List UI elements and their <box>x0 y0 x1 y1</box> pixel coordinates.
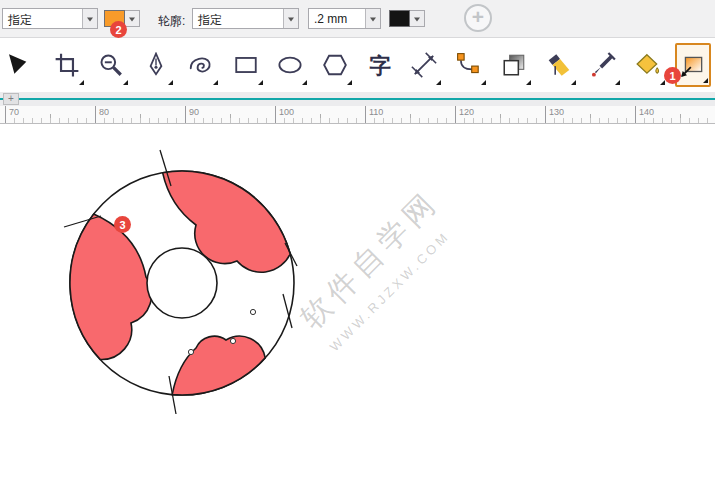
flyout-corner-icon <box>660 80 665 85</box>
outline-color-picker <box>389 10 425 27</box>
document-navigator: + <box>0 92 715 106</box>
tool-text[interactable]: 字 <box>362 43 398 87</box>
drop-shadow-icon <box>501 52 527 78</box>
ruler-label: 120 <box>459 107 474 117</box>
flyout-corner-icon <box>258 80 263 85</box>
tool-zoom-out[interactable] <box>93 43 129 87</box>
tool-dimension[interactable] <box>406 43 442 87</box>
flyout-corner-icon <box>79 80 84 85</box>
pick-arrow-icon <box>9 52 35 78</box>
add-page-button[interactable]: + <box>3 93 19 105</box>
interactive-fill-icon <box>680 52 706 78</box>
text-tool-icon: 字 <box>367 52 393 78</box>
ruler-label: 140 <box>639 107 654 117</box>
tool-pick-fragment[interactable] <box>4 43 40 87</box>
outline-style-value: 指定 <box>193 9 283 28</box>
annotation-badge-2: 2 <box>110 21 127 38</box>
flyout-corner-icon <box>436 80 441 85</box>
node-handle <box>250 309 255 314</box>
outline-width-value: .2 mm <box>309 9 365 28</box>
flyout-corner-icon <box>213 80 218 85</box>
toolbox: 字 <box>0 38 715 92</box>
smart-fill-icon <box>635 52 661 78</box>
crop-icon <box>54 52 80 78</box>
inner-circle-shape[interactable] <box>147 248 217 318</box>
tool-rectangle[interactable] <box>228 43 264 87</box>
tool-connector[interactable] <box>451 43 487 87</box>
tool-spiral-curve[interactable] <box>183 43 219 87</box>
connector-icon <box>456 52 482 78</box>
chevron-down-icon[interactable] <box>283 9 298 28</box>
spiral-icon <box>188 52 214 78</box>
ruler-label: 130 <box>549 107 564 117</box>
node-handle <box>230 338 235 343</box>
fill-style-value: 指定 <box>3 9 82 28</box>
pen-nib-icon <box>143 52 169 78</box>
flyout-corner-icon <box>481 80 486 85</box>
lamp-icon <box>546 52 572 78</box>
ruler-label: 100 <box>279 107 294 117</box>
drawing-page[interactable]: 软件自学网 WWW.RJZXW.COM <box>0 124 715 487</box>
annotation-badge-3: 3 <box>114 216 131 233</box>
rectangle-icon <box>233 52 259 78</box>
tool-polygon[interactable] <box>317 43 353 87</box>
property-bar: 指定 2 轮廓: 指定 .2 mm + <box>0 0 715 38</box>
tool-smart-fill[interactable] <box>630 43 666 87</box>
ruler-label: 110 <box>369 107 383 117</box>
flyout-corner-icon <box>168 80 173 85</box>
chevron-down-icon[interactable] <box>82 9 97 28</box>
scrollbar-accent-line[interactable] <box>0 98 715 100</box>
outline-color-swatch[interactable] <box>389 10 410 27</box>
flyout-corner-icon <box>571 80 576 85</box>
ruler-label: 80 <box>99 107 109 117</box>
chevron-down-icon[interactable] <box>410 10 425 27</box>
fill-style-dropdown[interactable]: 指定 <box>2 8 98 29</box>
dimension-icon <box>411 52 437 78</box>
zoom-out-icon <box>98 52 124 78</box>
tool-artistic-pen[interactable] <box>138 43 174 87</box>
outline-width-dropdown[interactable]: .2 mm <box>308 8 381 29</box>
tool-interactive-fill[interactable] <box>675 43 711 87</box>
chevron-down-icon[interactable] <box>365 9 380 28</box>
tool-crop[interactable] <box>49 43 85 87</box>
ruler-label: 90 <box>189 107 199 117</box>
tool-eyedropper[interactable] <box>585 43 621 87</box>
node-handle <box>188 349 193 354</box>
flyout-corner-icon <box>526 80 531 85</box>
text-tool-glyph: 字 <box>369 53 391 78</box>
outline-style-dropdown[interactable]: 指定 <box>192 8 299 29</box>
horizontal-ruler: 70 80 90 100 110 120 130 140 <box>0 106 715 124</box>
flyout-corner-icon <box>703 78 708 83</box>
ellipse-icon <box>277 52 303 78</box>
chevron-down-icon[interactable] <box>125 10 140 27</box>
flyout-corner-icon <box>347 80 352 85</box>
flyout-corner-icon <box>302 80 307 85</box>
tool-effect-lamp[interactable] <box>541 43 577 87</box>
flyout-corner-icon <box>615 80 620 85</box>
app-window: 指定 2 轮廓: 指定 .2 mm + <box>0 0 715 487</box>
vector-drawing[interactable] <box>0 124 715 487</box>
add-button[interactable]: + <box>464 4 492 32</box>
tool-drop-shadow[interactable] <box>496 43 532 87</box>
outline-label: 轮廓: <box>158 13 185 30</box>
polygon-icon <box>322 52 348 78</box>
ruler-label: 70 <box>9 107 19 117</box>
eyedropper-icon <box>590 52 616 78</box>
flyout-corner-icon <box>123 80 128 85</box>
annotation-badge-1: 1 <box>664 67 681 84</box>
tool-ellipse[interactable] <box>272 43 308 87</box>
